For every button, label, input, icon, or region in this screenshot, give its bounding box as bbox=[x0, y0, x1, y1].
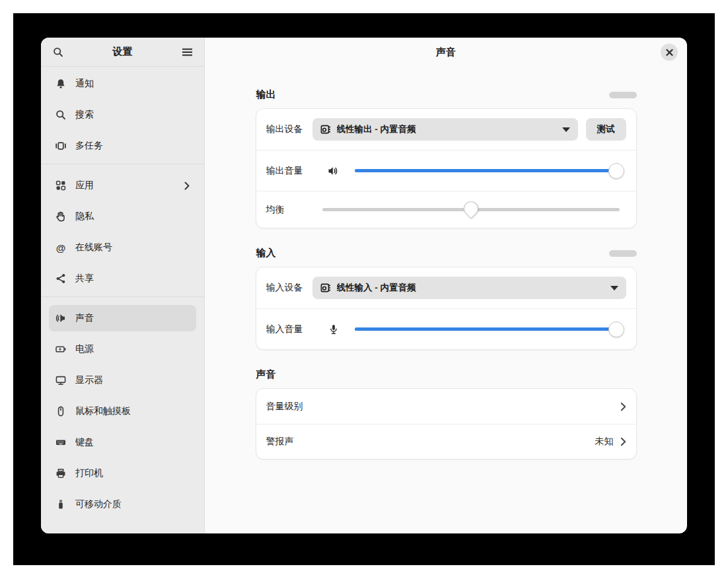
output-volume-row: 输出音量 bbox=[256, 150, 636, 191]
mouse-icon bbox=[55, 406, 66, 417]
hand-icon bbox=[55, 211, 66, 222]
sidebar-separator bbox=[41, 164, 204, 164]
sounds-section-title: 声音 bbox=[256, 368, 276, 381]
sidebar-item-label: 可移动介质 bbox=[75, 498, 122, 510]
at-icon: @ bbox=[55, 242, 66, 253]
output-volume-slider[interactable] bbox=[355, 162, 620, 180]
apps-grid-icon bbox=[55, 180, 66, 191]
input-device-label: 输入设备 bbox=[266, 282, 312, 294]
chevron-right-icon bbox=[620, 402, 626, 411]
sidebar-item-label: 多任务 bbox=[75, 140, 103, 152]
input-card: 输入设备 线性输入 - 内置音频 输入音量 bbox=[256, 267, 637, 350]
sidebar: 设置 通知 搜索 bbox=[41, 38, 205, 533]
chevron-down-icon bbox=[610, 286, 618, 290]
sounds-card: 音量级别 警报声 未知 bbox=[256, 388, 637, 460]
output-volume-label: 输出音量 bbox=[266, 165, 312, 177]
balance-slider[interactable] bbox=[322, 201, 620, 219]
input-device-dropdown[interactable]: 线性输入 - 内置音频 bbox=[312, 277, 626, 299]
chevron-down-icon bbox=[562, 127, 570, 132]
volume-levels-label: 音量级别 bbox=[266, 401, 620, 413]
output-device-value: 线性输出 - 内置音频 bbox=[337, 123, 416, 135]
sidebar-item-privacy[interactable]: 隐私 bbox=[49, 203, 196, 230]
search-button[interactable] bbox=[49, 43, 67, 61]
screenshot-stage: 设置 通知 搜索 bbox=[0, 0, 728, 579]
output-section-title: 输出 bbox=[256, 88, 276, 101]
audio-card-icon bbox=[320, 124, 331, 135]
panel-content: 输出 输出设备 线性输出 - 内置音频 bbox=[256, 88, 637, 478]
sidebar-item-multitasking[interactable]: 多任务 bbox=[49, 133, 196, 159]
sound-panel: 声音 输出 输出设备 bbox=[205, 38, 687, 533]
audio-card-icon bbox=[320, 283, 331, 293]
usb-stick-icon bbox=[55, 499, 66, 510]
input-section: 输入 输入设备 线性输入 - 内置音频 bbox=[256, 247, 637, 350]
sidebar-item-search[interactable]: 搜索 bbox=[49, 102, 196, 128]
hamburger-menu-icon bbox=[182, 48, 192, 56]
slider-handle[interactable] bbox=[460, 198, 481, 219]
sidebar-nav: 通知 搜索 多任务 bbox=[41, 67, 204, 522]
output-device-label: 输出设备 bbox=[266, 123, 312, 135]
sidebar-item-label: 搜索 bbox=[75, 109, 94, 121]
output-section: 输出 输出设备 线性输出 - 内置音频 bbox=[256, 88, 637, 228]
panel-title: 声音 bbox=[436, 46, 456, 59]
input-device-value: 线性输入 - 内置音频 bbox=[337, 282, 416, 294]
output-device-dropdown[interactable]: 线性输出 - 内置音频 bbox=[312, 118, 578, 141]
microphone-icon bbox=[312, 324, 355, 335]
volume-levels-row[interactable]: 音量级别 bbox=[256, 389, 636, 424]
printer-icon bbox=[55, 468, 66, 479]
sidebar-item-apps[interactable]: 应用 bbox=[49, 172, 196, 199]
sidebar-item-label: 电源 bbox=[75, 343, 94, 355]
monitor-icon bbox=[55, 375, 66, 386]
keyboard-icon bbox=[55, 437, 66, 448]
sidebar-item-label: 共享 bbox=[75, 273, 94, 285]
close-icon bbox=[666, 49, 673, 56]
input-device-row: 输入设备 线性输入 - 内置音频 bbox=[256, 267, 636, 308]
sidebar-item-label: 打印机 bbox=[75, 467, 103, 479]
speaker-icon bbox=[55, 313, 66, 324]
sounds-section: 声音 音量级别 警报声 未知 bbox=[256, 368, 637, 460]
input-volume-slider[interactable] bbox=[355, 321, 620, 338]
output-level-meter bbox=[609, 92, 637, 98]
alert-sound-row[interactable]: 警报声 未知 bbox=[256, 424, 636, 459]
sidebar-item-power[interactable]: 电源 bbox=[49, 336, 196, 362]
sidebar-item-label: 应用 bbox=[75, 180, 94, 191]
test-button[interactable]: 测试 bbox=[586, 118, 626, 141]
battery-icon bbox=[55, 344, 66, 355]
panel-header: 声音 bbox=[205, 38, 687, 67]
sidebar-item-displays[interactable]: 显示器 bbox=[49, 367, 196, 393]
bell-icon bbox=[55, 79, 66, 89]
search-icon bbox=[53, 47, 63, 57]
sidebar-item-online-accounts[interactable]: @ 在线账号 bbox=[49, 234, 196, 261]
sidebar-header: 设置 bbox=[41, 38, 204, 67]
close-button[interactable] bbox=[661, 44, 678, 61]
sidebar-item-removable-media[interactable]: 可移动介质 bbox=[49, 491, 196, 518]
slider-handle[interactable] bbox=[608, 322, 624, 337]
sidebar-item-label: 显示器 bbox=[75, 374, 103, 386]
sidebar-item-mouse-touchpad[interactable]: 鼠标和触摸板 bbox=[49, 398, 196, 425]
share-icon bbox=[55, 273, 66, 284]
chevron-right-icon bbox=[620, 437, 626, 446]
alert-sound-label: 警报声 bbox=[266, 436, 595, 448]
sidebar-item-printers[interactable]: 打印机 bbox=[49, 460, 196, 487]
speaker-volume-icon bbox=[312, 166, 355, 176]
input-level-meter bbox=[609, 250, 637, 257]
slider-handle[interactable] bbox=[608, 163, 624, 179]
input-volume-row: 输入音量 bbox=[256, 308, 636, 349]
sidebar-item-keyboard[interactable]: 键盘 bbox=[49, 429, 196, 456]
input-section-title: 输入 bbox=[256, 247, 276, 259]
output-device-row: 输出设备 线性输出 - 内置音频 测试 bbox=[256, 109, 636, 150]
sidebar-separator bbox=[41, 296, 204, 297]
sidebar-item-sound[interactable]: 声音 bbox=[49, 305, 196, 331]
sidebar-item-notifications[interactable]: 通知 bbox=[49, 71, 196, 97]
main-menu-button[interactable] bbox=[178, 43, 196, 61]
multitasking-icon bbox=[55, 141, 66, 151]
app-title: 设置 bbox=[113, 46, 133, 58]
gnome-settings-window: 设置 通知 搜索 bbox=[41, 38, 687, 533]
balance-label: 均衡 bbox=[266, 204, 312, 216]
sidebar-item-label: 鼠标和触摸板 bbox=[75, 405, 131, 417]
sidebar-item-label: 通知 bbox=[75, 78, 94, 90]
input-volume-label: 输入音量 bbox=[266, 324, 312, 335]
output-card: 输出设备 线性输出 - 内置音频 测试 bbox=[256, 108, 637, 228]
search-icon bbox=[55, 110, 66, 120]
sidebar-item-label: 键盘 bbox=[75, 436, 94, 448]
sidebar-item-sharing[interactable]: 共享 bbox=[49, 265, 196, 292]
